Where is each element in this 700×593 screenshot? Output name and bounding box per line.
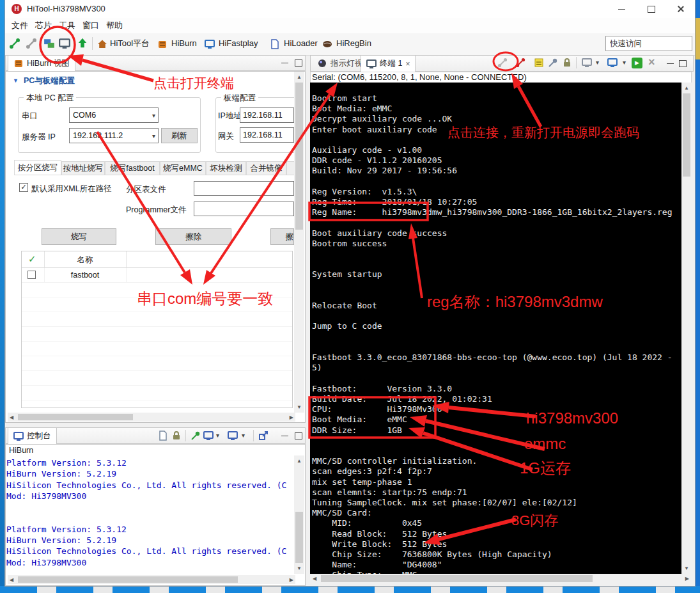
scroll-up-icon[interactable]: ▲: [294, 458, 304, 464]
maximize-button[interactable]: [637, 0, 665, 18]
hiregbin-icon[interactable]: [322, 39, 332, 49]
terminal-connect-icon[interactable]: [515, 58, 525, 68]
tab-bad-block-check[interactable]: 坏块检测: [206, 161, 246, 175]
scroll-left-icon[interactable]: ◀: [10, 415, 13, 420]
quick-access-input[interactable]: [605, 36, 692, 51]
terminal-tab[interactable]: 终端 1 ×: [361, 55, 416, 72]
scroll-down-icon[interactable]: ▼: [681, 565, 692, 571]
refresh-button[interactable]: 刷新: [161, 128, 198, 143]
terminal-output[interactable]: Bootrom startBoot Media: eMMCDecrypt aux…: [310, 83, 681, 574]
terminal-settings-icon[interactable]: [582, 58, 592, 68]
hiburn-minimize-icon[interactable]: [279, 58, 290, 68]
scroll-up-icon[interactable]: ▲: [294, 74, 304, 80]
hiburn-view-tab[interactable]: HiBurn 视图: [8, 55, 75, 71]
terminal-close-icon[interactable]: ×: [648, 56, 655, 69]
scroll-up-icon[interactable]: ▲: [681, 85, 692, 91]
select-all-check-icon[interactable]: ✓: [28, 253, 36, 265]
server-ip-select[interactable]: 192.168.111.2 ▾: [69, 128, 159, 143]
minimize-button[interactable]: [607, 0, 636, 18]
section-title[interactable]: PC与板端配置: [24, 75, 75, 86]
erase-button[interactable]: 擦除: [155, 228, 231, 245]
scroll-right-icon[interactable]: ▶: [290, 415, 293, 420]
pin-console-icon[interactable]: [191, 431, 201, 441]
display-console-icon[interactable]: [203, 431, 214, 441]
perspective-hiregbin[interactable]: HiRegBin: [336, 37, 371, 50]
console-output[interactable]: Platform Version: 5.3.12HiBurn Version: …: [6, 457, 293, 574]
programmer-file-input[interactable]: [194, 202, 294, 216]
hiburn-vertical-scrollbar[interactable]: ▲ ▼: [294, 72, 304, 413]
tab-merge-image[interactable]: 合并镜像: [246, 161, 286, 175]
board-ip-input[interactable]: 192.168.11: [240, 107, 294, 123]
tab-burn-fastboot[interactable]: 烧写fastboot: [105, 161, 160, 175]
perspective-hitool[interactable]: HiTool平台: [110, 37, 150, 50]
menu-file[interactable]: 文件: [8, 18, 32, 33]
hiburn-icon[interactable]: [157, 39, 167, 49]
gateway-input[interactable]: 192.168.11: [240, 127, 294, 143]
perspective-hifastplay[interactable]: HiFastplay: [219, 37, 258, 50]
tab-partial[interactable]: 单: [286, 161, 294, 175]
disconnect-icon[interactable]: [26, 38, 37, 49]
perspective-hiburn[interactable]: HiBurn: [171, 37, 197, 50]
tab-burn-emmc[interactable]: 烧写eMMC: [160, 161, 206, 175]
scroll-down-icon[interactable]: ▼: [294, 404, 304, 410]
display-console-caret-icon[interactable]: ▾: [216, 432, 219, 439]
table-row[interactable]: fastboot: [22, 268, 292, 283]
serial-port-select[interactable]: COM6 ▾: [69, 107, 159, 123]
scroll-lock-icon[interactable]: [171, 431, 182, 441]
console-maximize-icon[interactable]: [293, 431, 304, 441]
terminal-pin-icon[interactable]: [548, 58, 558, 68]
scroll-left-icon[interactable]: ◀: [313, 576, 316, 581]
open-console-caret-icon[interactable]: ▾: [242, 432, 245, 439]
terminal-horizontal-scrollbar[interactable]: ◀ ▶: [310, 574, 692, 583]
console-tab[interactable]: 控制台: [8, 427, 57, 444]
menu-tools[interactable]: 工具: [55, 18, 79, 33]
new-terminal-caret-icon[interactable]: ▾: [623, 59, 626, 66]
tab-burn-by-address[interactable]: 按地址烧写: [61, 161, 105, 175]
hifastplay-icon[interactable]: [205, 39, 215, 49]
terminal-vertical-scrollbar[interactable]: ▲ ▼: [681, 83, 692, 574]
hiburn-horizontal-scrollbar[interactable]: ◀ ▶: [8, 413, 295, 422]
taskbar[interactable]: [0, 586, 700, 593]
new-terminal-icon[interactable]: [607, 58, 618, 68]
hiburn-maximize-icon[interactable]: [293, 58, 304, 68]
terminal-minimize-icon[interactable]: [665, 58, 675, 68]
tab-burn-by-partition[interactable]: 按分区烧写: [14, 160, 61, 175]
console-toolbar-separator: [253, 430, 254, 441]
clear-console-icon[interactable]: [158, 431, 168, 441]
connect-icon[interactable]: [9, 38, 20, 49]
scroll-left-icon[interactable]: ◀: [10, 577, 13, 583]
console-horizontal-scrollbar[interactable]: ◀ ▶: [8, 575, 295, 584]
xml-path-checkbox[interactable]: ✓: [19, 183, 28, 192]
row-checkbox[interactable]: [27, 271, 36, 279]
hiloader-icon[interactable]: [270, 39, 280, 49]
console-vertical-scrollbar[interactable]: ▲ ▼: [294, 455, 304, 574]
open-terminal-icon[interactable]: [59, 38, 70, 49]
burn-button[interactable]: 烧写: [42, 228, 116, 245]
upload-icon[interactable]: [77, 37, 88, 49]
terminal-maximize-icon[interactable]: [678, 58, 688, 68]
menu-window[interactable]: 窗口: [79, 18, 103, 33]
scroll-down-icon[interactable]: ▼: [294, 565, 304, 571]
close-tab-icon[interactable]: ×: [405, 59, 410, 68]
board-config-icon[interactable]: [43, 38, 55, 49]
export-console-icon[interactable]: [258, 431, 268, 441]
scroll-right-icon[interactable]: ▶: [290, 577, 293, 583]
home-icon[interactable]: [97, 39, 107, 49]
partial-button[interactable]: 擦: [270, 228, 294, 245]
terminal-settings-caret-icon[interactable]: ▾: [596, 59, 599, 66]
menu-chip[interactable]: 芯片: [31, 18, 56, 33]
partition-table-input[interactable]: [194, 181, 294, 196]
terminal-disconnect-icon[interactable]: [497, 58, 508, 68]
terminal-buffer-icon[interactable]: [534, 58, 544, 68]
terminal-lock-icon[interactable]: [562, 58, 572, 68]
menu-help[interactable]: 帮助: [102, 18, 127, 33]
board-group: 板端配置: [215, 97, 296, 153]
run-button[interactable]: ▶: [632, 58, 642, 68]
name-column-header[interactable]: 名称: [44, 255, 126, 265]
section-twistie-icon[interactable]: ▼: [13, 77, 19, 84]
perspective-hiloader[interactable]: HiLoader: [284, 37, 318, 50]
console-minimize-icon[interactable]: [279, 431, 290, 441]
scroll-right-icon[interactable]: ▶: [685, 576, 689, 581]
close-button[interactable]: [666, 0, 695, 18]
open-console-icon[interactable]: [228, 431, 238, 441]
